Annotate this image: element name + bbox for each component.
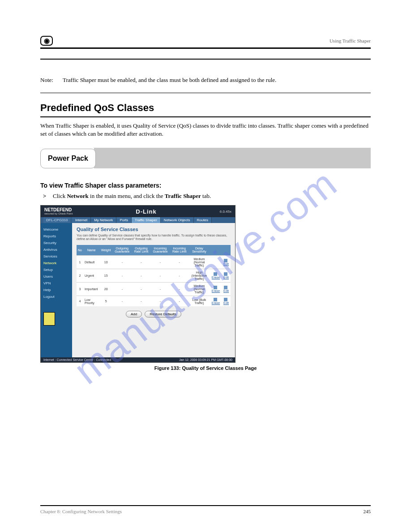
cell: Low (Bulk Traffic) xyxy=(188,296,210,307)
col-no: No xyxy=(77,245,83,256)
header-subtitle: Using Traffic Shaper xyxy=(330,38,371,43)
powerpack-fill xyxy=(94,148,371,168)
tab-network-objects[interactable]: Network Objects xyxy=(161,217,194,223)
copyright-icon: ◉ xyxy=(40,36,53,46)
col-in-guarantee: Incoming Guarantee xyxy=(150,245,171,256)
header-rule xyxy=(40,47,371,49)
brand-name: NETDEFEND xyxy=(44,207,73,212)
cell: - xyxy=(150,269,171,283)
edit-link[interactable]: Edit xyxy=(223,272,229,279)
cell: - xyxy=(150,256,171,269)
erase-link[interactable]: Erase xyxy=(212,286,220,292)
cell: - xyxy=(150,283,171,296)
brand-version: 6.0.45x xyxy=(220,210,231,214)
table-row: 4Low Priority5----Low (Bulk Traffic)Eras… xyxy=(77,296,231,307)
footer-chapter: Chapter 8: Configuring Network Settings xyxy=(40,509,122,514)
cell: Important xyxy=(83,283,100,296)
bullet-icon: > xyxy=(40,193,53,200)
sidebar-item-services[interactable]: Services xyxy=(43,254,69,258)
edit-link[interactable]: Edit xyxy=(223,286,229,292)
page-description: You can define Quality of Service classe… xyxy=(77,234,231,241)
cell: Medium (Normal Traffic) xyxy=(188,256,210,269)
sidebar-item-users[interactable]: Users xyxy=(43,275,69,279)
edit-cell: Edit xyxy=(222,269,231,283)
cell: - xyxy=(150,296,171,307)
brand-logo: D-Link xyxy=(136,208,156,215)
sidebar-item-help[interactable]: Help xyxy=(43,288,69,292)
erase-cell: Erase xyxy=(210,296,222,307)
erase-icon xyxy=(214,298,217,301)
status-bar: Internet : Connected Service Center : Co… xyxy=(41,357,235,362)
cell: 3 xyxy=(77,283,83,296)
sidebar-item-reports[interactable]: Reports xyxy=(43,234,69,238)
tab-ports[interactable]: Ports xyxy=(116,217,132,223)
procedure-heading: To view Traffic Shaper class parameters: xyxy=(40,182,371,189)
edit-icon xyxy=(224,298,227,301)
table-row: 1Default10----Medium (Normal Traffic)Edi… xyxy=(77,256,231,269)
cell: 5 xyxy=(100,296,112,307)
powerpack-bar: Power Pack xyxy=(40,148,371,168)
col-name: Name xyxy=(83,245,100,256)
edit-icon xyxy=(224,259,227,262)
table-row: 2Urgent15----High (Interactive Traffic)E… xyxy=(77,269,231,283)
cell: - xyxy=(112,296,132,307)
cell: 1 xyxy=(77,256,83,269)
cell: - xyxy=(170,256,188,269)
sidebar-item-logout[interactable]: Logout xyxy=(43,295,69,299)
cell: - xyxy=(112,283,132,296)
restore-defaults-button[interactable]: Restore Defaults xyxy=(145,311,181,317)
col-out-rate-limit: Outgoing Rate Limit xyxy=(132,245,150,256)
status-left: Internet : Connected Service Center : Co… xyxy=(43,358,111,361)
cell: Low Priority xyxy=(83,296,100,307)
erase-cell: Erase xyxy=(210,269,222,283)
page-footer: Chapter 8: Configuring Network Settings … xyxy=(40,505,371,514)
tab-my-network[interactable]: My Network xyxy=(91,217,116,223)
edit-cell: Edit xyxy=(222,256,231,269)
col-weight: Weight xyxy=(100,245,112,256)
edit-link[interactable]: Edit xyxy=(223,298,229,305)
cell: - xyxy=(112,269,132,283)
cell: 20 xyxy=(100,283,112,296)
screenshot-titlebar: NETDEFEND secured by Check Point D-Link … xyxy=(41,206,235,217)
cell: 2 xyxy=(77,269,83,283)
section-rule xyxy=(40,116,371,117)
sidebar-item-vpn[interactable]: VPN xyxy=(43,281,69,285)
table-row: 3Important20----Medium (Normal Traffic)E… xyxy=(77,283,231,296)
col-out-guarantee: Outgoing Guarantee xyxy=(112,245,132,256)
note-text: Traffic Shaper must be enabled, and the … xyxy=(63,77,276,84)
add-button[interactable]: Add xyxy=(126,311,142,317)
edit-cell: Edit xyxy=(222,283,231,296)
cell: High (Interactive Traffic) xyxy=(188,269,210,283)
erase-link[interactable]: Erase xyxy=(212,272,220,279)
col-actions-1 xyxy=(210,245,222,256)
sidebar-item-setup[interactable]: Setup xyxy=(43,268,69,272)
cell: Urgent xyxy=(83,269,100,283)
tab-bar: DFL-CPG310 Internet My Network Ports Tra… xyxy=(41,217,235,223)
sidebar-item-network[interactable]: Network xyxy=(43,261,69,265)
section-body: When Traffic Shaper is enabled, it uses … xyxy=(40,122,371,138)
cell: 10 xyxy=(100,256,112,269)
cell: - xyxy=(170,296,188,307)
figure-caption: Figure 133: Quality of Service Classes P… xyxy=(40,365,371,371)
col-in-rate-limit: Incoming Rate Limit xyxy=(170,245,188,256)
sidebar-item-security[interactable]: Security xyxy=(43,241,69,245)
sidebar-item-welcome[interactable]: Welcome xyxy=(43,227,69,232)
cell: - xyxy=(132,256,150,269)
cell: - xyxy=(132,283,150,296)
edit-link[interactable]: Edit xyxy=(223,259,229,266)
sidebar: Welcome Reports Security Antivirus Servi… xyxy=(41,223,72,357)
status-right: Jan 12, 2006 03:09:21 PM GMT-08:00 xyxy=(179,358,232,361)
sidebar-item-antivirus[interactable]: Antivirus xyxy=(43,248,69,252)
note-label: Note: xyxy=(40,77,63,84)
powerpack-tab: Power Pack xyxy=(40,149,96,168)
tab-internet[interactable]: Internet xyxy=(72,217,91,223)
brand-subtitle: secured by Check Point xyxy=(44,212,73,215)
tab-routes[interactable]: Routes xyxy=(194,217,212,223)
embedded-screenshot: NETDEFEND secured by Check Point D-Link … xyxy=(40,205,235,363)
edit-icon xyxy=(224,286,227,289)
erase-link[interactable]: Erase xyxy=(212,298,220,305)
edit-icon xyxy=(224,272,227,276)
cell: Medium (Normal Traffic) xyxy=(188,283,210,296)
edit-cell: Edit xyxy=(222,296,231,307)
tab-traffic-shaper[interactable]: Traffic Shaper xyxy=(132,217,161,223)
